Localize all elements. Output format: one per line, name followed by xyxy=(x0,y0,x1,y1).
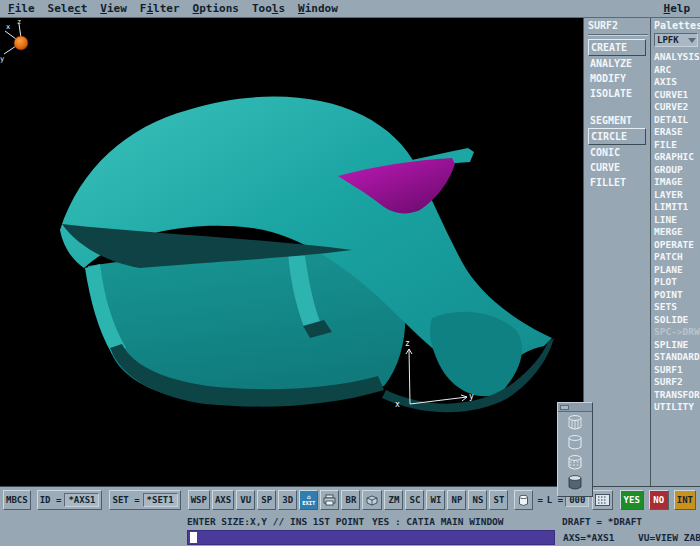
menu-select[interactable]: Select xyxy=(48,2,88,15)
render-mode-titlebar[interactable] xyxy=(558,403,592,412)
palette-item-surf2[interactable]: SURF2 xyxy=(654,376,700,389)
chevron-down-icon xyxy=(688,38,696,43)
palette-item-detail[interactable]: DETAIL xyxy=(654,114,700,127)
menu-filter[interactable]: Filter xyxy=(140,2,180,15)
function-panel: SURF2 CREATE ANALYZE MODIFY ISOLATE SEGM… xyxy=(584,18,650,486)
palette-item-line[interactable]: LINE xyxy=(654,214,700,227)
wi-button[interactable]: WI xyxy=(426,490,445,510)
render-mode-shaded-button[interactable] xyxy=(560,473,590,492)
id-axis-field[interactable]: ID = *AXS1 xyxy=(37,490,103,510)
palette-dropdown[interactable]: LPFK xyxy=(654,33,698,47)
function-item-modify[interactable]: MODIFY xyxy=(588,71,646,86)
palette-dropdown-value: LPFK xyxy=(657,35,679,45)
input-row: AXS=*AXS1 VU=VIEW ZAB xyxy=(0,529,700,546)
zm-button[interactable]: ZM xyxy=(384,490,403,510)
exit-button[interactable]: ⌂ EXIT xyxy=(299,490,318,510)
mbcs-button[interactable]: MBCS xyxy=(3,490,31,510)
palettes-panel: Palettes: LPFK ANALYSIS ARC AXIS CURVE1 … xyxy=(650,18,700,486)
palette-item-standard[interactable]: STANDARD xyxy=(654,351,700,364)
render-mode-palette xyxy=(557,402,593,497)
palette-item-point[interactable]: POINT xyxy=(654,289,700,302)
palette-item-patch[interactable]: PATCH xyxy=(654,251,700,264)
menu-window[interactable]: Window xyxy=(298,2,338,15)
palette-item-arc[interactable]: ARC xyxy=(654,64,700,77)
palette-item-group[interactable]: GROUP xyxy=(654,164,700,177)
no-button[interactable]: NO xyxy=(649,490,669,510)
prompt-text: ENTER SIZE:X,Y // INS 1ST POINT xyxy=(187,516,364,527)
function-item-create[interactable]: CREATE xyxy=(588,39,646,56)
current-axis-text: AXS=*AXS1 xyxy=(563,532,614,543)
palette-item-limit1[interactable]: LIMIT1 xyxy=(654,201,700,214)
palette-item-plot[interactable]: PLOT xyxy=(654,276,700,289)
triad-label-y: y xyxy=(469,392,474,401)
menu-options[interactable]: Options xyxy=(193,2,239,15)
set-field[interactable]: SET = *SET1 xyxy=(109,490,180,510)
palette-item-utility[interactable]: UTILITY xyxy=(654,401,700,414)
cube-icon xyxy=(365,494,379,506)
menu-file[interactable]: File xyxy=(8,2,35,15)
id-value[interactable]: *AXS1 xyxy=(64,493,99,507)
palette-item-merge[interactable]: MERGE xyxy=(654,226,700,239)
palette-item-operate[interactable]: OPERATE xyxy=(654,239,700,252)
palette-item-curve2[interactable]: CURVE2 xyxy=(654,101,700,114)
bottom-toolbar: MBCS ID = *AXS1 SET = *SET1 WSP AXS VU S… xyxy=(0,486,700,513)
sc-button[interactable]: SC xyxy=(405,490,424,510)
print-button[interactable] xyxy=(320,490,339,510)
model-box-button[interactable] xyxy=(362,490,382,510)
keyboard-button[interactable] xyxy=(592,490,613,510)
br-button[interactable]: BR xyxy=(341,490,360,510)
menu-tools[interactable]: Tools xyxy=(252,2,285,15)
palette-item-transfor[interactable]: TRANSFOR xyxy=(654,389,700,402)
palette-item-plane[interactable]: PLANE xyxy=(654,264,700,277)
palette-item-curve1[interactable]: CURVE1 xyxy=(654,89,700,102)
axs-button[interactable]: AXS xyxy=(212,490,234,510)
function-item-analyze[interactable]: ANALYZE xyxy=(588,56,646,71)
viewport-3d-model: z y x z x y xyxy=(0,18,583,486)
origin-label-x: x xyxy=(6,23,10,31)
function-item-conic[interactable]: CONIC xyxy=(588,145,646,160)
function-item-isolate[interactable]: ISOLATE xyxy=(588,86,646,101)
render-mode-wireframe-button[interactable] xyxy=(560,413,590,432)
palettes-label: Palettes: xyxy=(654,20,700,31)
menu-view[interactable]: View xyxy=(100,2,127,15)
function-item-circle[interactable]: CIRCLE xyxy=(588,128,646,145)
vu-button[interactable]: VU xyxy=(236,490,255,510)
palette-item-spline[interactable]: SPLINE xyxy=(654,339,700,352)
origin-label-z: z xyxy=(17,18,21,26)
palette-item-graphic[interactable]: GRAPHIC xyxy=(654,151,700,164)
palette-item-solide[interactable]: SOLIDE xyxy=(654,314,700,327)
palette-item-file[interactable]: FILE xyxy=(654,139,700,152)
function-item-curve[interactable]: CURVE xyxy=(588,160,646,175)
palette-item-axis[interactable]: AXIS xyxy=(654,76,700,89)
palette-item-layer[interactable]: LAYER xyxy=(654,189,700,202)
catia-window: File Select View Filter Options Tools Wi… xyxy=(0,0,700,546)
set-value[interactable]: *SET1 xyxy=(143,493,178,507)
3d-button[interactable]: 3D xyxy=(278,490,297,510)
render-mode-outline-button[interactable] xyxy=(560,433,590,452)
viewport-3d[interactable]: z y x z x y xyxy=(0,18,583,486)
palette-item-erase[interactable]: ERASE xyxy=(654,126,700,139)
wsp-button[interactable]: WSP xyxy=(188,490,210,510)
render-mode-hidden-line-button[interactable] xyxy=(560,453,590,472)
palette-item-spc-drw: SPC->DRW xyxy=(654,326,700,339)
function-item-segment[interactable]: SEGMENT xyxy=(588,113,646,128)
function-item-fillet[interactable]: FILLET xyxy=(588,175,646,190)
command-input[interactable] xyxy=(187,530,555,545)
current-view-text: VU=VIEW ZAB xyxy=(638,532,700,543)
layer-cylinder-button[interactable] xyxy=(514,490,533,510)
exit-label: EXIT xyxy=(302,500,315,506)
palette-item-surf1[interactable]: SURF1 xyxy=(654,364,700,377)
set-label: SET = xyxy=(112,495,139,505)
palette-item-image[interactable]: IMAGE xyxy=(654,176,700,189)
np-button[interactable]: NP xyxy=(447,490,466,510)
int-button[interactable]: INT xyxy=(674,490,696,510)
menu-help[interactable]: Help xyxy=(664,2,691,15)
text-cursor xyxy=(190,532,197,543)
palette-item-analysis[interactable]: ANALYSIS xyxy=(654,51,700,64)
yes-button[interactable]: YES xyxy=(620,490,644,510)
minimize-icon[interactable] xyxy=(560,405,569,410)
sp-button[interactable]: SP xyxy=(257,490,276,510)
st-button[interactable]: ST xyxy=(489,490,508,510)
ns-button[interactable]: NS xyxy=(468,490,487,510)
palette-item-sets[interactable]: SETS xyxy=(654,301,700,314)
